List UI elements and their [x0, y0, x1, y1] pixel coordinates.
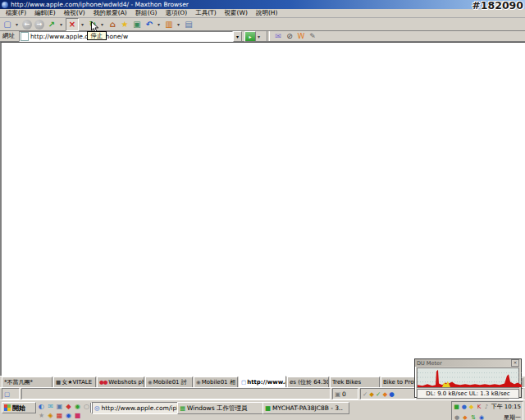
forms-button[interactable]: ▤ — [183, 19, 194, 30]
navigate-go-button[interactable]: ▸ — [244, 31, 256, 42]
toolbar-separator — [267, 31, 270, 41]
quicklaunch-11-icon[interactable]: ■ — [74, 412, 81, 419]
status-icon-3[interactable]: ✓ — [376, 390, 381, 398]
webshots-icon: ●● — [99, 379, 107, 386]
resources-icon: ▥ — [165, 20, 172, 29]
quicklaunch-7-icon[interactable]: ★ — [38, 412, 45, 419]
start-button[interactable]: 開始 — [2, 402, 36, 413]
navigate-go-dropdown[interactable]: ▾ — [256, 30, 262, 42]
new-page-icon: ▢ — [3, 20, 11, 29]
quicklaunch-8-icon[interactable]: ◈ — [47, 412, 54, 419]
address-input[interactable] — [30, 33, 232, 40]
screen-capture-icon: ▣ — [133, 20, 140, 29]
tab-favicon: ■ — [56, 379, 60, 386]
tab-4[interactable]: ◉Mobile01 討 — [145, 377, 193, 387]
status-message-panel — [21, 388, 331, 399]
quicklaunch-6-icon[interactable]: ○ — [83, 403, 90, 410]
resources-dropdown[interactable]: ▾ — [176, 19, 181, 30]
network-activity-icon[interactable]: ⇅ — [470, 414, 477, 420]
status-icon-4[interactable]: ◆ — [382, 390, 387, 398]
status-page-icon: ▢ — [4, 390, 10, 398]
block-ads-icon[interactable]: ⊘ — [285, 31, 294, 41]
quicklaunch-3-icon[interactable]: ▣ — [56, 403, 63, 410]
du-meter-close-icon[interactable]: × — [511, 359, 519, 367]
quicklaunch-2-icon[interactable]: ✉ — [47, 403, 54, 410]
task-button-taskmgr[interactable]: ▦Windows 工作管理員 — [177, 402, 264, 414]
new-page-button[interactable]: ▢ — [2, 19, 13, 30]
tab-label: http://www.ap... — [247, 379, 286, 386]
status-icon-5[interactable]: ● — [389, 390, 395, 398]
tab-2[interactable]: ■女★VITALE — [53, 377, 96, 387]
forward-icon: → — [34, 20, 44, 30]
tab-1[interactable]: *不當凡團* — [2, 377, 52, 387]
tray-1-icon[interactable]: ■ — [454, 404, 459, 410]
speaker-muted-icon[interactable]: ♪ — [484, 404, 490, 410]
du-meter-window[interactable]: DU Meter × DL: 9.0 kB/sec UL: 1.3 kB/sec — [414, 358, 522, 398]
tab-5[interactable]: ◉Mobile01 相 — [194, 377, 238, 387]
task-button-mychat[interactable]: ■MYCHAT-PA38JC8B - 3.. — [262, 402, 349, 414]
favorites-star-icon: ★ — [121, 20, 129, 29]
system-tray: ■ ● ◆ K ♪ 下午 10:15 ● ◆ ⇅ ◉ 星期一 — [451, 401, 523, 420]
tray-4-icon[interactable]: K — [476, 404, 482, 410]
task-button-browser[interactable]: ◎http://www.apple.com/iph... — [92, 402, 179, 414]
menu-edit[interactable]: 編輯(E) — [30, 9, 60, 17]
capture-button[interactable]: ▣ — [131, 19, 143, 30]
forms-icon: ▤ — [185, 20, 192, 29]
menu-view[interactable]: 檢視(V) — [60, 9, 89, 17]
back-button[interactable]: ← — [21, 19, 33, 30]
quicklaunch-9-icon[interactable]: ▦ — [56, 412, 63, 419]
clock-day: 星期一 — [504, 413, 521, 420]
du-meter-title-bar[interactable]: DU Meter × — [415, 359, 521, 367]
tab-8[interactable]: Trek Bikes — [330, 377, 380, 387]
back-icon: ← — [22, 20, 32, 30]
go-button[interactable]: ↗ — [46, 19, 57, 30]
status-icon-2[interactable]: ◆ — [369, 390, 374, 398]
tab-7[interactable]: es (位於 64.30.1 — [287, 377, 329, 387]
mobile01-icon: ◉ — [196, 379, 200, 386]
menu-file[interactable]: 檔案(F) — [2, 9, 30, 17]
page-favicon — [21, 32, 29, 41]
tray-2-icon[interactable]: ● — [461, 404, 467, 410]
edit-icon[interactable]: ✎ — [308, 31, 317, 41]
tray-7-icon[interactable]: ◆ — [462, 414, 468, 420]
stop-button[interactable]: × — [66, 18, 79, 31]
quicklaunch-4-icon[interactable]: ◆ — [65, 403, 72, 410]
stop-dropdown[interactable]: ▾ — [80, 19, 85, 30]
menu-tools[interactable]: 工具(T) — [191, 9, 220, 17]
home-button[interactable]: ⌂ — [107, 19, 118, 30]
tab-label: Webshots photo — [108, 379, 144, 386]
tray-9-icon[interactable]: ◉ — [478, 414, 485, 420]
address-dropdown[interactable]: ▾ — [233, 31, 242, 42]
quicklaunch-10-icon[interactable]: ◉ — [65, 412, 72, 419]
menu-window[interactable]: 視窗(W) — [221, 9, 252, 17]
web-service-icon[interactable]: W — [296, 31, 306, 41]
resources-button[interactable]: ▥ — [163, 19, 175, 30]
tab-3[interactable]: ●●Webshots photo — [97, 377, 144, 387]
tab-label: es (位於 64.30.1 — [290, 378, 329, 386]
menu-help[interactable]: 說明(H) — [252, 9, 282, 17]
tray-3-icon[interactable]: ◆ — [468, 404, 474, 410]
undo-button[interactable]: ↶ — [144, 19, 155, 30]
title-bar[interactable]: http://www.apple.com/iphone/wdwld4/ - Ma… — [0, 0, 525, 9]
task-manager-icon: ▦ — [180, 404, 185, 412]
page-content — [0, 42, 525, 376]
refresh-dropdown[interactable]: ▾ — [99, 19, 105, 30]
tab-label: 女★VITALE — [62, 378, 92, 386]
menu-favorites[interactable]: 我的最愛(A) — [89, 9, 131, 17]
quicklaunch-5-icon[interactable]: ◉ — [74, 403, 81, 410]
favorites-button[interactable]: ★ — [119, 19, 130, 30]
du-meter-graph — [417, 368, 519, 388]
tab-active-apple[interactable]: ▢http://www.ap... — [239, 376, 286, 387]
forward-button[interactable]: → — [34, 19, 45, 30]
go-dropdown[interactable]: ▾ — [58, 19, 64, 30]
browser-window: http://www.apple.com/iphone/wdwld4/ - Ma… — [0, 0, 525, 420]
quicklaunch-1-icon[interactable]: ◐ — [38, 403, 45, 410]
mail-icon[interactable]: ✉ — [273, 31, 283, 41]
undo-dropdown[interactable]: ▾ — [156, 19, 162, 30]
menu-options[interactable]: 選項(O) — [161, 9, 191, 17]
tray-6-icon[interactable]: ● — [454, 414, 460, 420]
status-icon-1[interactable]: ✓ — [363, 390, 368, 398]
new-page-dropdown[interactable]: ▾ — [14, 19, 20, 30]
menu-groups[interactable]: 群組(G) — [131, 9, 162, 17]
popup-blocker-panel[interactable]: ▣0 — [332, 388, 358, 399]
